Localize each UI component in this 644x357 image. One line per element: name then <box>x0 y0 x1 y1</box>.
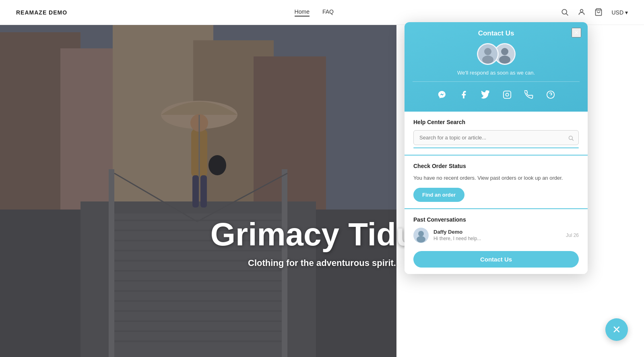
conversation-info: Daffy Demo Hi there, I need help... <box>433 229 561 241</box>
conversation-avatar <box>413 228 429 243</box>
fab-icon: ✕ <box>612 324 621 336</box>
help-center-title: Help Center Search <box>413 119 579 125</box>
svg-point-48 <box>569 136 573 140</box>
order-status-title: Check Order Status <box>413 163 579 169</box>
search-underline <box>413 147 579 148</box>
twitter-icon[interactable] <box>479 88 492 101</box>
cart-icon[interactable] <box>594 8 603 17</box>
close-button[interactable]: × <box>572 28 581 37</box>
svg-rect-44 <box>503 91 510 98</box>
chat-header: Contact Us × <box>405 22 588 112</box>
search-submit-button[interactable] <box>568 134 574 141</box>
search-box <box>413 130 579 145</box>
nav-right: USD▾ <box>561 8 628 17</box>
svg-line-49 <box>572 139 573 141</box>
svg-point-51 <box>418 231 424 237</box>
svg-rect-37 <box>0 0 396 357</box>
agent-avatars <box>413 43 580 65</box>
fab-button[interactable]: ✕ <box>605 318 628 341</box>
conversation-name: Daffy Demo <box>433 229 561 235</box>
svg-point-52 <box>417 236 425 243</box>
svg-point-2 <box>580 9 583 12</box>
chat-title: Contact Us <box>413 29 580 37</box>
phone-icon[interactable] <box>522 88 535 101</box>
user-icon[interactable] <box>578 8 586 17</box>
svg-point-40 <box>482 56 493 64</box>
order-status-section: Check Order Status You have no recent or… <box>405 156 588 209</box>
instagram-icon[interactable] <box>501 88 514 101</box>
contact-us-button[interactable]: Contact Us <box>413 251 579 268</box>
respond-text: We'll respond as soon as we can. <box>413 70 580 76</box>
currency-selector[interactable]: USD▾ <box>611 9 628 16</box>
search-icon[interactable] <box>561 8 570 17</box>
svg-point-42 <box>501 48 508 55</box>
search-input[interactable] <box>413 130 579 145</box>
svg-point-43 <box>499 56 510 64</box>
chat-footer: Contact Us <box>405 246 588 274</box>
help-icon[interactable] <box>544 88 557 101</box>
messenger-icon[interactable] <box>436 88 448 101</box>
help-center-section: Help Center Search <box>405 112 588 156</box>
nav-links: Home FAQ <box>295 8 334 17</box>
svg-point-39 <box>484 48 491 55</box>
order-description: You have no recent orders. View past ord… <box>413 174 579 182</box>
past-conversations-section: Past Conversations Daffy Demo Hi there, … <box>405 209 588 246</box>
chat-body: Help Center Search Check Order Status Yo… <box>405 112 588 274</box>
conversation-item[interactable]: Daffy Demo Hi there, I need help... Jul … <box>413 228 579 243</box>
svg-line-1 <box>566 13 568 15</box>
avatar-image-1 <box>478 44 497 64</box>
conversation-preview: Hi there, I need help... <box>433 236 561 241</box>
svg-point-0 <box>562 9 567 14</box>
site-logo: REAMAZE DEMO <box>16 9 67 16</box>
navbar: REAMAZE DEMO Home FAQ USD▾ <box>0 0 644 25</box>
avatar-1 <box>477 43 499 65</box>
hero-background <box>0 0 396 357</box>
header-divider <box>413 81 580 82</box>
find-order-button[interactable]: Find an order <box>413 188 464 202</box>
social-icons <box>413 87 580 103</box>
facebook-icon[interactable] <box>457 88 470 101</box>
conversation-date: Jul 26 <box>566 232 579 238</box>
nav-home[interactable]: Home <box>295 8 310 17</box>
nav-faq[interactable]: FAQ <box>322 8 334 17</box>
past-conversations-title: Past Conversations <box>413 216 579 223</box>
chat-widget: Contact Us × <box>405 22 588 274</box>
